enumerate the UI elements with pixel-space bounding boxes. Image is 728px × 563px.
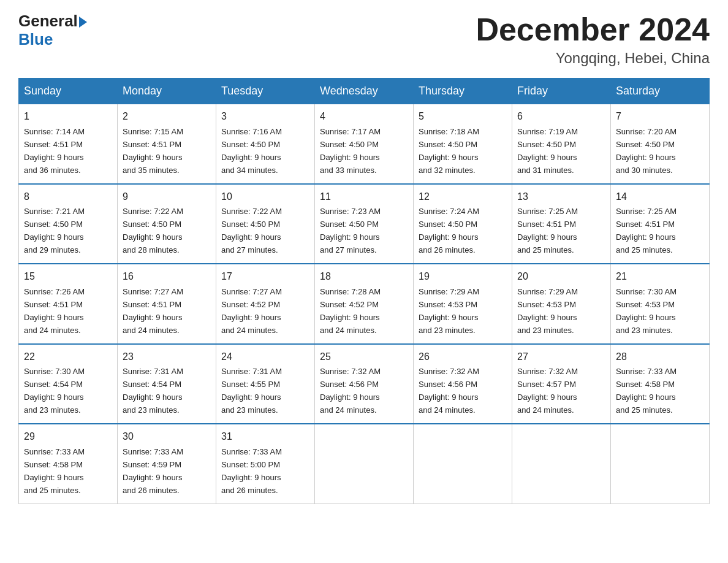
- day-number: 5: [419, 109, 507, 124]
- day-info: Sunrise: 7:30 AMSunset: 4:54 PMDaylight:…: [24, 367, 85, 415]
- day-info: Sunrise: 7:21 AMSunset: 4:50 PMDaylight:…: [24, 207, 85, 255]
- day-info: Sunrise: 7:22 AMSunset: 4:50 PMDaylight:…: [123, 207, 183, 255]
- day-info: Sunrise: 7:31 AMSunset: 4:54 PMDaylight:…: [123, 367, 183, 415]
- calendar-cell: 19Sunrise: 7:29 AMSunset: 4:53 PMDayligh…: [414, 264, 512, 343]
- calendar-cell: 23Sunrise: 7:31 AMSunset: 4:54 PMDayligh…: [118, 344, 216, 424]
- calendar-cell: 26Sunrise: 7:32 AMSunset: 4:56 PMDayligh…: [414, 344, 512, 424]
- week-row-2: 8Sunrise: 7:21 AMSunset: 4:50 PMDaylight…: [19, 184, 710, 264]
- day-info: Sunrise: 7:29 AMSunset: 4:53 PMDaylight:…: [419, 287, 479, 335]
- day-info: Sunrise: 7:23 AMSunset: 4:50 PMDaylight:…: [320, 207, 381, 255]
- day-info: Sunrise: 7:33 AMSunset: 4:59 PMDaylight:…: [123, 447, 183, 495]
- day-number: 11: [320, 190, 408, 205]
- day-number: 27: [517, 350, 605, 365]
- day-number: 18: [320, 269, 408, 285]
- day-info: Sunrise: 7:27 AMSunset: 4:52 PMDaylight:…: [221, 287, 282, 335]
- calendar-cell: 9Sunrise: 7:22 AMSunset: 4:50 PMDaylight…: [118, 184, 216, 264]
- day-number: 3: [221, 109, 309, 124]
- calendar-cell: 3Sunrise: 7:16 AMSunset: 4:50 PMDaylight…: [216, 104, 315, 184]
- calendar-cell: 25Sunrise: 7:32 AMSunset: 4:56 PMDayligh…: [315, 344, 414, 424]
- calendar-cell: 5Sunrise: 7:18 AMSunset: 4:50 PMDaylight…: [414, 104, 512, 184]
- calendar-cell: 11Sunrise: 7:23 AMSunset: 4:50 PMDayligh…: [315, 184, 414, 264]
- header-saturday: Saturday: [611, 79, 710, 104]
- day-info: Sunrise: 7:14 AMSunset: 4:51 PMDaylight:…: [24, 127, 85, 175]
- day-info: Sunrise: 7:32 AMSunset: 4:56 PMDaylight:…: [419, 367, 479, 415]
- day-number: 31: [221, 429, 309, 445]
- day-number: 2: [123, 109, 211, 124]
- calendar-cell: 17Sunrise: 7:27 AMSunset: 4:52 PMDayligh…: [216, 264, 315, 343]
- day-info: Sunrise: 7:17 AMSunset: 4:50 PMDaylight:…: [320, 127, 381, 175]
- calendar-cell: 18Sunrise: 7:28 AMSunset: 4:52 PMDayligh…: [315, 264, 414, 343]
- day-info: Sunrise: 7:30 AMSunset: 4:53 PMDaylight:…: [616, 287, 677, 335]
- subtitle: Yongqing, Hebei, China: [476, 50, 710, 67]
- week-row-4: 22Sunrise: 7:30 AMSunset: 4:54 PMDayligh…: [19, 344, 710, 424]
- day-info: Sunrise: 7:25 AMSunset: 4:51 PMDaylight:…: [616, 207, 677, 255]
- header-friday: Friday: [512, 79, 611, 104]
- day-number: 22: [24, 350, 112, 365]
- day-info: Sunrise: 7:27 AMSunset: 4:51 PMDaylight:…: [123, 287, 183, 335]
- day-info: Sunrise: 7:25 AMSunset: 4:51 PMDaylight:…: [517, 207, 578, 255]
- calendar-cell: 15Sunrise: 7:26 AMSunset: 4:51 PMDayligh…: [19, 264, 118, 343]
- calendar-cell: 13Sunrise: 7:25 AMSunset: 4:51 PMDayligh…: [512, 184, 611, 264]
- calendar-cell: 14Sunrise: 7:25 AMSunset: 4:51 PMDayligh…: [611, 184, 710, 264]
- calendar-cell: 2Sunrise: 7:15 AMSunset: 4:51 PMDaylight…: [118, 104, 216, 184]
- day-number: 30: [123, 429, 211, 445]
- day-info: Sunrise: 7:29 AMSunset: 4:53 PMDaylight:…: [517, 287, 578, 335]
- calendar-cell: 6Sunrise: 7:19 AMSunset: 4:50 PMDaylight…: [512, 104, 611, 184]
- header-monday: Monday: [118, 79, 216, 104]
- calendar-cell: 29Sunrise: 7:33 AMSunset: 4:58 PMDayligh…: [19, 424, 118, 504]
- calendar-cell: 20Sunrise: 7:29 AMSunset: 4:53 PMDayligh…: [512, 264, 611, 343]
- day-info: Sunrise: 7:18 AMSunset: 4:50 PMDaylight:…: [419, 127, 479, 175]
- day-number: 24: [221, 350, 309, 365]
- logo: General Blue: [18, 12, 87, 49]
- day-info: Sunrise: 7:26 AMSunset: 4:51 PMDaylight:…: [24, 287, 85, 335]
- header-thursday: Thursday: [414, 79, 512, 104]
- day-number: 28: [616, 350, 704, 365]
- logo-arrow-icon: [79, 17, 87, 28]
- day-info: Sunrise: 7:22 AMSunset: 4:50 PMDaylight:…: [221, 207, 282, 255]
- header-tuesday: Tuesday: [216, 79, 315, 104]
- day-info: Sunrise: 7:33 AMSunset: 4:58 PMDaylight:…: [616, 367, 677, 415]
- day-info: Sunrise: 7:33 AMSunset: 4:58 PMDaylight:…: [24, 447, 85, 495]
- calendar-cell: 1Sunrise: 7:14 AMSunset: 4:51 PMDaylight…: [19, 104, 118, 184]
- calendar-cell: 31Sunrise: 7:33 AMSunset: 5:00 PMDayligh…: [216, 424, 315, 504]
- day-number: 19: [419, 269, 507, 285]
- header-wednesday: Wednesday: [315, 79, 414, 104]
- day-number: 10: [221, 190, 309, 205]
- day-number: 7: [616, 109, 704, 124]
- day-number: 23: [123, 350, 211, 365]
- week-row-3: 15Sunrise: 7:26 AMSunset: 4:51 PMDayligh…: [19, 264, 710, 343]
- day-number: 20: [517, 269, 605, 285]
- day-info: Sunrise: 7:32 AMSunset: 4:57 PMDaylight:…: [517, 367, 578, 415]
- day-number: 29: [24, 429, 112, 445]
- calendar-cell: [611, 424, 710, 504]
- day-number: 6: [517, 109, 605, 124]
- day-info: Sunrise: 7:28 AMSunset: 4:52 PMDaylight:…: [320, 287, 381, 335]
- day-info: Sunrise: 7:33 AMSunset: 5:00 PMDaylight:…: [221, 447, 282, 495]
- day-info: Sunrise: 7:32 AMSunset: 4:56 PMDaylight:…: [320, 367, 381, 415]
- day-number: 25: [320, 350, 408, 365]
- calendar-cell: 7Sunrise: 7:20 AMSunset: 4:50 PMDaylight…: [611, 104, 710, 184]
- week-row-1: 1Sunrise: 7:14 AMSunset: 4:51 PMDaylight…: [19, 104, 710, 184]
- day-number: 8: [24, 190, 112, 205]
- day-number: 15: [24, 269, 112, 285]
- calendar-table: SundayMondayTuesdayWednesdayThursdayFrid…: [18, 78, 710, 504]
- month-title: December 2024: [476, 12, 710, 47]
- day-number: 16: [123, 269, 211, 285]
- header-row: SundayMondayTuesdayWednesdayThursdayFrid…: [19, 79, 710, 104]
- calendar-cell: [315, 424, 414, 504]
- day-number: 17: [221, 269, 309, 285]
- day-number: 12: [419, 190, 507, 205]
- calendar-cell: 4Sunrise: 7:17 AMSunset: 4:50 PMDaylight…: [315, 104, 414, 184]
- header: General Blue December 2024 Yongqing, Heb…: [18, 12, 710, 67]
- day-info: Sunrise: 7:31 AMSunset: 4:55 PMDaylight:…: [221, 367, 282, 415]
- day-number: 1: [24, 109, 112, 124]
- calendar-cell: [414, 424, 512, 504]
- day-number: 14: [616, 190, 704, 205]
- week-row-5: 29Sunrise: 7:33 AMSunset: 4:58 PMDayligh…: [19, 424, 710, 504]
- day-number: 13: [517, 190, 605, 205]
- calendar-cell: 16Sunrise: 7:27 AMSunset: 4:51 PMDayligh…: [118, 264, 216, 343]
- calendar-cell: 12Sunrise: 7:24 AMSunset: 4:50 PMDayligh…: [414, 184, 512, 264]
- calendar-cell: 22Sunrise: 7:30 AMSunset: 4:54 PMDayligh…: [19, 344, 118, 424]
- calendar-cell: 10Sunrise: 7:22 AMSunset: 4:50 PMDayligh…: [216, 184, 315, 264]
- day-info: Sunrise: 7:19 AMSunset: 4:50 PMDaylight:…: [517, 127, 578, 175]
